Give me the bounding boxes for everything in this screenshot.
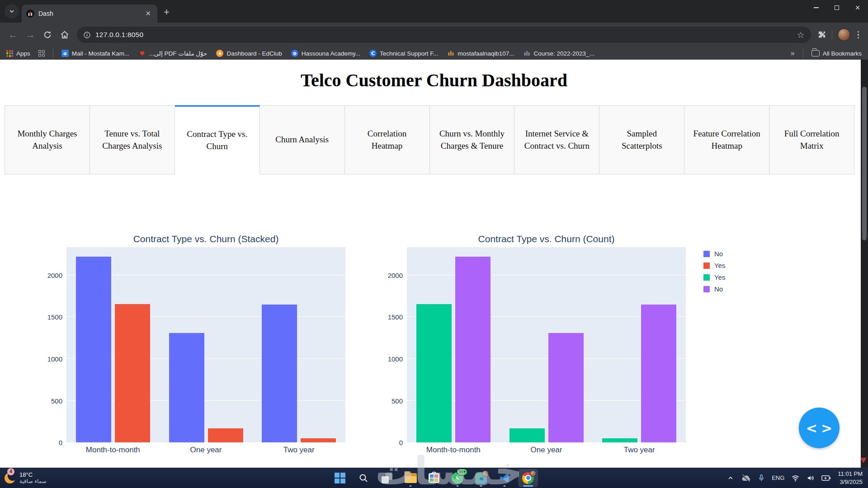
hidden-icons-chevron[interactable] [727, 474, 734, 482]
legend-swatch [703, 251, 710, 257]
x-tick-label: One year [500, 446, 593, 455]
bar-month-to-month-yes[interactable] [115, 304, 150, 442]
bookmark-apps[interactable]: Apps [6, 50, 30, 57]
tab-correlation-heatmap[interactable]: Correlation Heatmap [345, 105, 430, 174]
bar-two-year-yes[interactable] [301, 438, 336, 442]
bar-one-year-no[interactable] [169, 333, 204, 442]
new-tab-button[interactable]: + [164, 7, 170, 17]
bookmark-label: Mail - Mostafa Kam... [72, 50, 130, 57]
bookmarks-bar: Apps oMail - Mostafa Kam...♥حوّل ملفات P… [0, 47, 868, 60]
tab-internet-service-contract-vs-churn[interactable]: Internet Service & Contract vs. Churn [514, 105, 599, 174]
scrollbar-thumb[interactable] [862, 87, 867, 240]
tab-monthly-charges-analysis[interactable]: Monthly Charges Analysis [5, 105, 90, 174]
search-button[interactable] [354, 469, 373, 487]
close-button[interactable]: × [847, 0, 868, 15]
reload-icon[interactable] [39, 26, 56, 43]
bookmark-pdf-convert[interactable]: ♥حوّل ملفات PDF إلى... [138, 50, 207, 57]
start-button[interactable] [330, 469, 350, 487]
page-scrollbar[interactable] [861, 60, 868, 468]
whatsapp-button[interactable]: 99+ [448, 469, 467, 487]
store-icon [429, 473, 439, 483]
minimize-button[interactable] [806, 0, 826, 15]
tab-label: Full Correlation Matrix [776, 128, 848, 152]
dash-debug-fab[interactable]: < > [799, 408, 840, 448]
home-icon[interactable] [56, 26, 73, 43]
profile-avatar[interactable] [838, 28, 850, 41]
microphone-icon[interactable] [758, 474, 765, 482]
plot-area[interactable] [407, 247, 686, 442]
vscode-button[interactable] [495, 469, 514, 487]
bookmark-course-2022[interactable]: ılıCourse: 2022-2023_... [524, 50, 594, 57]
tab-churn-vs-monthly-charges-tenure[interactable]: Churn vs. Monthly Charges & Tenure [430, 105, 515, 174]
bookmark-technical-support[interactable]: CTechnical Support F... [369, 50, 438, 57]
tab-label: Feature Correlation Heatmap [691, 128, 763, 152]
taskbar-clock[interactable]: 11:01 PM 3/9/2025 [838, 470, 863, 486]
chart-title: Contract Type vs. Churn (Count) [407, 228, 686, 247]
tab-contract-type-vs-churn[interactable]: Contract Type vs. Churn [175, 105, 260, 174]
site-info-icon[interactable] [83, 31, 91, 39]
legend-item-no[interactable]: No [703, 285, 725, 293]
browser-titlebar: Dash ✕ + × [0, 0, 868, 23]
file-explorer-button[interactable] [401, 469, 420, 487]
reading-list-icon[interactable] [38, 50, 45, 56]
bar-month-to-month-no[interactable] [455, 257, 491, 442]
chart-contract-churn-count: Contract Type vs. Churn (Count) 05001000… [386, 228, 686, 455]
taskbar-center-icons: 99+ [330, 468, 538, 488]
url-bar[interactable]: 127.0.0.1:8050 ☆ [77, 27, 811, 43]
tab-tenure-vs-total-charges-analysis[interactable]: Tenure vs. Total Charges Analysis [90, 105, 175, 174]
tab-label: Tenure vs. Total Charges Analysis [96, 128, 168, 152]
bookmark-hassouna-academy[interactable]: ⊕Hassouna Academy... [291, 50, 360, 57]
bar-one-year-yes[interactable] [509, 428, 545, 442]
taskbar-weather-widget[interactable]: 4 18°C سماء صافية [0, 471, 104, 484]
language-indicator[interactable]: ENG [772, 474, 784, 481]
tab-label: Churn vs. Monthly Charges & Tenure [436, 128, 508, 152]
capture-app-button[interactable] [471, 469, 491, 487]
tab-search-button[interactable] [5, 4, 19, 19]
bookmark-edclub-dashboard[interactable]: ★Dashboard - EdClub [216, 50, 282, 57]
tab-full-correlation-matrix[interactable]: Full Correlation Matrix [769, 105, 854, 174]
wifi-icon[interactable] [791, 474, 800, 482]
bar-month-to-month-yes[interactable] [416, 304, 452, 442]
bar-two-year-no[interactable] [641, 305, 676, 442]
plot-area[interactable] [66, 247, 345, 442]
bar-one-year-yes[interactable] [208, 428, 243, 442]
forward-icon[interactable]: → [22, 26, 39, 43]
browser-tab-dash[interactable]: Dash ✕ [22, 5, 157, 23]
bookmark-star-icon[interactable]: ☆ [797, 30, 804, 40]
legend-item-yes[interactable]: Yes [703, 262, 725, 269]
maximize-button[interactable] [826, 0, 847, 15]
legend-item-no[interactable]: No [703, 250, 725, 258]
bar-one-year-no[interactable] [548, 333, 584, 442]
back-icon[interactable]: ← [5, 26, 22, 43]
extensions-icon[interactable] [817, 30, 826, 39]
bar-two-year-no[interactable] [262, 305, 297, 442]
bookmark-mostafaalnaqib[interactable]: ılımostafaalnaqib107... [447, 50, 514, 57]
tab-churn-analysis[interactable]: Churn Analysis [260, 105, 345, 174]
chrome-button[interactable] [518, 469, 538, 487]
speaker-icon[interactable] [807, 474, 815, 482]
weather-temp: 18°C [19, 471, 47, 478]
taskbar: 4 18°C سماء صافية 99+ [0, 468, 868, 488]
bookmarks-divider-right [803, 49, 803, 58]
windows-logo-icon [335, 473, 345, 483]
bookmark-label: Dashboard - EdClub [226, 50, 282, 57]
tab-label: Contract Type vs. Churn [181, 128, 253, 152]
task-view-button[interactable] [377, 469, 397, 487]
onedrive-paused-icon[interactable] [741, 474, 751, 482]
browser-menu-icon[interactable] [856, 29, 861, 41]
bookmarks-overflow-chevron[interactable]: » [791, 49, 795, 57]
battery-icon[interactable] [821, 475, 831, 481]
bar-two-year-yes[interactable] [602, 438, 637, 442]
microsoft-store-button[interactable] [424, 469, 444, 487]
tab-close-icon[interactable]: ✕ [143, 9, 153, 19]
all-bookmarks-button[interactable]: All Bookmarks [811, 50, 862, 57]
y-tick-label: 1500 [47, 313, 62, 321]
bookmark-outlook-mail[interactable]: oMail - Mostafa Kam... [61, 50, 130, 57]
bar-month-to-month-no[interactable] [76, 257, 111, 442]
tab-feature-correlation-heatmap[interactable]: Feature Correlation Heatmap [684, 105, 769, 174]
x-axis-labels: Month-to-monthOne yearTwo year [407, 442, 686, 455]
legend-item-yes[interactable]: Yes [703, 273, 725, 281]
x-tick-label: Month-to-month [407, 446, 500, 455]
tab-sampled-scatterplots[interactable]: Sampled Scatterplots [599, 105, 684, 174]
watermark-logo [860, 458, 867, 463]
